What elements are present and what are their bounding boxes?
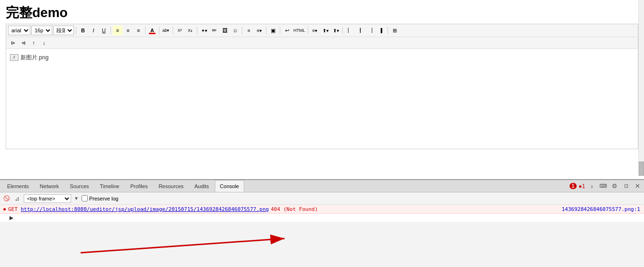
tab-resources-label: Resources: [158, 183, 184, 189]
main-scrollbar-thumb[interactable]: [639, 162, 644, 176]
broken-image-icon: ✗: [10, 54, 18, 61]
console-error-source: 1436928426846075577.png:1: [561, 206, 640, 212]
align-left-button[interactable]: ≡: [113, 26, 122, 35]
editor-area: arial 16px 段落 B I U ≡ ≡ ≡ A ab▾: [6, 24, 638, 149]
tab-console[interactable]: Console: [215, 180, 244, 192]
tab-console-label: Console: [220, 183, 239, 189]
page-title: 完整demo: [0, 0, 644, 24]
emoticon-button[interactable]: ☺: [230, 26, 240, 35]
console-error-icon: ●: [3, 206, 6, 212]
console-sub-row: ▶: [0, 214, 644, 222]
col-right-button[interactable]: ▕: [366, 26, 375, 35]
ul-button[interactable]: ≡: [244, 26, 254, 35]
filter-icon[interactable]: ⊿: [13, 195, 21, 202]
toolbar-sep-9: [280, 27, 280, 34]
preserve-log-label[interactable]: Preserve log: [82, 195, 119, 201]
console-error-status: 404 (Not Found): [271, 206, 318, 212]
editor-content[interactable]: ✗ 新图片.png: [6, 49, 638, 149]
html-button[interactable]: HTML: [293, 26, 306, 35]
row-down-button[interactable]: ↓: [39, 38, 49, 48]
image-filename: 新图片.png: [20, 54, 48, 62]
console-error-space: [18, 206, 21, 212]
highlight-button[interactable]: ab▾: [161, 26, 171, 35]
tab-elements[interactable]: Elements: [2, 180, 34, 192]
settings-button[interactable]: ⚙: [610, 181, 619, 191]
editor-toolbar-2: ⊳ ⊲ ↑ ↓: [6, 37, 638, 49]
align-center-button[interactable]: ≡: [123, 26, 133, 35]
tab-sources-label: Sources: [70, 183, 89, 189]
toolbar-sep-7: [242, 27, 242, 34]
toolbar-sep-2: [110, 27, 111, 34]
devtools-right-icons: 1 ●1 › ⌨ ⚙ ⊡ ✕: [570, 181, 642, 191]
tab-sources[interactable]: Sources: [64, 180, 94, 192]
console-error-method: GET: [8, 206, 18, 212]
toolbar-sep-12: [387, 27, 388, 34]
indent-button[interactable]: ⬆▾: [321, 26, 330, 35]
image-button[interactable]: 🖼: [220, 26, 230, 35]
tab-network-label: Network: [40, 183, 59, 189]
font-size-select[interactable]: 16px: [31, 26, 52, 35]
toolbar-sep-10: [308, 27, 308, 34]
clear-console-icon[interactable]: 🚫: [3, 195, 10, 202]
superscript-button[interactable]: X²: [175, 26, 184, 35]
indent-increase-button[interactable]: ⊲: [18, 38, 28, 48]
tab-resources[interactable]: Resources: [153, 180, 189, 192]
frame-chevron: ▼: [74, 196, 79, 201]
align-right-button[interactable]: ≡: [134, 26, 143, 35]
console-content: ● GET http://localhost:8080/ueditor/jsp/…: [0, 205, 644, 222]
devtools-tab-bar: Elements Network Sources Timeline Profil…: [0, 180, 644, 192]
expand-console-button[interactable]: ›: [587, 181, 597, 191]
preserve-log-checkbox[interactable]: [82, 195, 88, 201]
devtools-panel: Elements Network Sources Timeline Profil…: [0, 179, 644, 267]
col-left-button[interactable]: ▏: [345, 26, 354, 35]
font-family-select[interactable]: arial: [8, 26, 30, 35]
tab-profiles-label: Profiles: [130, 183, 148, 189]
terminal-button[interactable]: ⌨: [598, 181, 608, 191]
indent-decrease-button[interactable]: ⊳: [8, 38, 18, 48]
insert-image-button[interactable]: ▣: [268, 26, 278, 35]
close-devtools-button[interactable]: ✕: [633, 181, 642, 191]
paragraph-format-button[interactable]: ≡▾: [310, 26, 320, 35]
dock-button[interactable]: ⊡: [621, 181, 631, 191]
subscript-button[interactable]: X₂: [185, 26, 195, 35]
error-count-icon: ●1: [579, 183, 585, 190]
tab-audits-label: Audits: [194, 183, 209, 189]
col-justify-button[interactable]: ▐: [376, 26, 386, 35]
ol-button[interactable]: ≡▾: [255, 26, 264, 35]
tab-timeline[interactable]: Timeline: [95, 180, 125, 192]
console-error-url[interactable]: http://localhost:8080/ueditor/jsp/upload…: [21, 206, 269, 212]
special-chars-button[interactable]: ✦▾: [199, 26, 209, 35]
italic-button[interactable]: I: [89, 26, 98, 35]
tab-profiles[interactable]: Profiles: [125, 180, 153, 192]
font-color-button[interactable]: A: [147, 26, 157, 35]
toolbar-sep-4: [159, 27, 159, 34]
red-arrow-overlay: [0, 229, 644, 267]
valign-button[interactable]: ⬆▾: [331, 26, 340, 35]
col-center-button[interactable]: ┃: [355, 26, 365, 35]
frame-select[interactable]: <top frame>: [24, 194, 71, 203]
console-expand-icon[interactable]: ▶: [9, 215, 13, 220]
main-scrollbar[interactable]: [638, 0, 644, 176]
toolbar-sep-3: [145, 27, 146, 34]
toolbar-sep-1: [76, 27, 76, 34]
paragraph-select[interactable]: 段落: [53, 26, 74, 35]
undo-button[interactable]: ↩: [282, 26, 292, 35]
editor-toolbar-1: arial 16px 段落 B I U ≡ ≡ ≡ A ab▾: [6, 24, 638, 37]
bold-button[interactable]: B: [78, 26, 88, 35]
console-error-row[interactable]: ● GET http://localhost:8080/ueditor/jsp/…: [0, 205, 644, 214]
broken-image-item: ✗ 新图片.png: [10, 54, 48, 62]
row-up-button[interactable]: ↑: [29, 38, 38, 48]
pencil-button[interactable]: ✏: [210, 26, 219, 35]
toolbar-sep-5: [173, 27, 173, 34]
preserve-log-text: Preserve log: [89, 196, 119, 201]
table-button[interactable]: ⊞: [390, 26, 399, 35]
devtools-toolbar: 🚫 ⊿ <top frame> ▼ Preserve log: [0, 192, 644, 205]
toolbar-sep-11: [342, 27, 343, 34]
tab-audits[interactable]: Audits: [189, 180, 214, 192]
toolbar-sep-8: [266, 27, 267, 34]
toolbar-sep-6: [197, 27, 197, 34]
tab-network[interactable]: Network: [35, 180, 64, 192]
error-count-badge: 1: [570, 183, 577, 189]
underline-button[interactable]: U: [99, 26, 109, 35]
tab-elements-label: Elements: [7, 183, 29, 189]
